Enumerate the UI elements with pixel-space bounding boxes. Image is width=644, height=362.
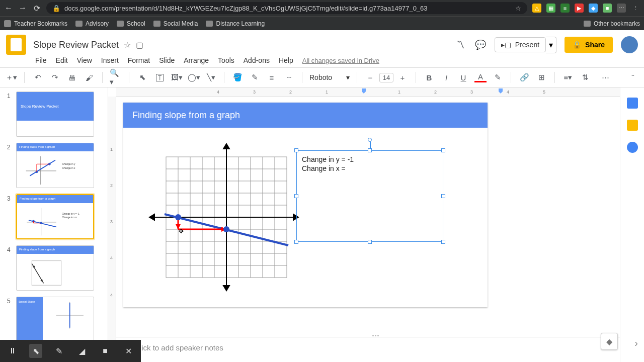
resize-handle-mb[interactable] — [368, 240, 372, 244]
cursor-button[interactable]: ⬉ — [29, 344, 42, 358]
present-dropdown[interactable]: ▾ — [546, 37, 556, 53]
ext-4-icon[interactable]: ▶ — [575, 4, 584, 13]
border-weight-button[interactable]: ≡ — [266, 71, 278, 83]
italic-button[interactable]: I — [440, 71, 452, 83]
text-color-button[interactable]: A — [474, 72, 487, 82]
reload-button[interactable]: ⟳ — [32, 4, 41, 13]
slide-thumb-2[interactable]: Finding slope from a graph Change in yCh… — [16, 143, 94, 188]
tasks-addon-icon[interactable] — [627, 142, 638, 153]
textbox-tool[interactable]: 🅃 — [153, 71, 166, 83]
share-button[interactable]: 🔒 Share — [565, 37, 613, 53]
graph-image[interactable]: ✥ — [143, 142, 299, 293]
textbox-line-2[interactable]: Change in x = — [302, 164, 438, 173]
resize-handle-br[interactable] — [441, 240, 445, 244]
forward-button[interactable]: → — [18, 4, 27, 13]
slide-thumb-3[interactable]: Finding slope from a graph Change in y =… — [16, 194, 94, 239]
slide-title[interactable]: Finding slope from a graph — [123, 103, 488, 128]
border-color-button[interactable]: ✎ — [249, 71, 261, 83]
ext-6-icon[interactable]: ■ — [603, 4, 612, 13]
textbox-line-1[interactable]: Change in y = -1 — [302, 155, 438, 164]
ext-5-icon[interactable]: ◆ — [589, 4, 598, 13]
font-size-increase[interactable]: + — [396, 71, 409, 83]
menu-edit[interactable]: Edit — [56, 56, 68, 64]
ext-7-icon[interactable]: ⋯ — [617, 4, 626, 13]
line-spacing-button[interactable]: ⇅ — [579, 71, 591, 83]
ext-3-icon[interactable]: ≡ — [560, 4, 570, 13]
close-recorder-button[interactable]: ✕ — [122, 344, 135, 358]
menu-arrange[interactable]: Arrange — [184, 56, 209, 64]
resize-handle-mr[interactable] — [441, 194, 445, 198]
redo-button[interactable]: ↷ — [49, 71, 61, 83]
menu-insert[interactable]: Insert — [101, 56, 119, 64]
keep-addon-icon[interactable] — [627, 120, 638, 131]
zoom-button[interactable]: 🔍▾ — [110, 71, 122, 83]
save-status[interactable]: All changes saved in Drive — [302, 57, 379, 64]
menu-view[interactable]: View — [77, 56, 92, 64]
menu-help[interactable]: Help — [279, 56, 293, 64]
url-bar[interactable]: 🔒 docs.google.com/presentation/d/1Nd8Hz_… — [46, 2, 527, 14]
pen-button[interactable]: ✎ — [52, 344, 65, 358]
comments-icon[interactable]: 💬 — [474, 39, 487, 51]
activity-icon[interactable]: 〽 — [454, 39, 466, 51]
bookmark-social[interactable]: Social Media — [153, 20, 198, 27]
font-select[interactable]: Roboto▾ — [309, 73, 350, 81]
textbox-selected[interactable]: Change in y = -1 Change in x = — [296, 150, 443, 242]
bookmark-other[interactable]: Other bookmarks — [584, 20, 640, 27]
bookmark-teacher[interactable]: Teacher Bookmarks — [4, 20, 67, 27]
highlighter-button[interactable]: ◢ — [75, 344, 89, 358]
canvas-area[interactable]: 4321 12345 1234 4 Finding slope from a g… — [108, 87, 620, 362]
move-doc-icon[interactable]: ▢ — [136, 40, 143, 50]
filmstrip[interactable]: 1 Slope Review Packet 2 Finding slope fr… — [0, 87, 108, 362]
fill-color-button[interactable]: 🪣 — [231, 71, 244, 83]
present-button[interactable]: ▸▢ Present — [495, 37, 546, 52]
underline-button[interactable]: U — [457, 71, 469, 83]
menu-file[interactable]: File — [35, 56, 47, 64]
slide-canvas[interactable]: Finding slope from a graph — [123, 103, 488, 307]
font-size-value[interactable]: 14 — [379, 73, 393, 82]
paint-format-button[interactable]: 🖌 — [83, 71, 95, 83]
speaker-notes[interactable]: Click to add speaker notes — [116, 337, 620, 362]
bookmark-school[interactable]: School — [117, 20, 145, 27]
pause-button[interactable]: ⏸ — [6, 344, 19, 358]
bold-button[interactable]: B — [423, 71, 435, 83]
resize-handle-bl[interactable] — [294, 240, 298, 244]
align-button[interactable]: ≡▾ — [562, 71, 574, 83]
menu-slide[interactable]: Slide — [159, 56, 175, 64]
select-tool[interactable]: ⬉ — [136, 71, 148, 83]
more-options-button[interactable]: ⋯ — [599, 71, 611, 83]
new-slide-button[interactable]: ＋▾ — [5, 71, 17, 83]
undo-button[interactable]: ↶ — [32, 71, 44, 83]
comment-button[interactable]: ⊞ — [535, 71, 547, 83]
font-size-decrease[interactable]: − — [364, 71, 376, 83]
resize-handle-tl[interactable] — [294, 148, 298, 152]
collapse-toolbar-button[interactable]: ˆ — [627, 71, 639, 83]
slides-logo-icon[interactable] — [6, 35, 26, 55]
ext-drive-icon[interactable]: △ — [532, 4, 541, 13]
shape-tool[interactable]: ◯▾ — [188, 71, 200, 83]
menu-format[interactable]: Format — [128, 56, 150, 64]
browser-menu-icon[interactable]: ⋮ — [631, 4, 640, 13]
star-doc-icon[interactable]: ☆ — [124, 40, 131, 50]
link-button[interactable]: 🔗 — [518, 71, 530, 83]
back-button[interactable]: ← — [4, 4, 13, 13]
calendar-addon-icon[interactable] — [627, 98, 638, 109]
rotate-handle[interactable] — [368, 138, 372, 142]
bookmark-advisory[interactable]: Advisory — [75, 20, 109, 27]
border-dash-button[interactable]: ┄ — [283, 71, 295, 83]
menu-tools[interactable]: Tools — [218, 56, 234, 64]
slide-thumb-1[interactable]: Slope Review Packet — [16, 92, 94, 137]
menu-addons[interactable]: Add-ons — [244, 56, 270, 64]
highlight-button[interactable]: ✎ — [492, 71, 504, 83]
resize-handle-tr[interactable] — [441, 148, 445, 152]
notes-drag-handle[interactable] — [368, 335, 383, 338]
slide-thumb-4[interactable]: Finding slope from a graph — [16, 245, 94, 291]
doc-title[interactable]: Slope Review Packet — [33, 40, 119, 50]
line-tool[interactable]: ╲▾ — [205, 71, 217, 83]
side-panel-toggle[interactable]: › — [634, 337, 638, 349]
print-button[interactable]: 🖶 — [66, 71, 78, 83]
slide-thumb-5[interactable]: Special Slopes — [16, 297, 94, 342]
account-avatar[interactable] — [621, 36, 638, 53]
bookmark-star-icon[interactable]: ☆ — [515, 5, 521, 12]
explore-button[interactable]: ◆ — [601, 333, 618, 350]
bookmark-distance[interactable]: Distance Learning — [206, 20, 265, 27]
